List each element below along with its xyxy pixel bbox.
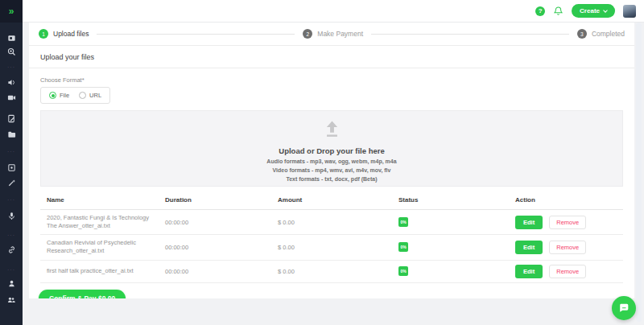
header-duration: Duration — [165, 190, 278, 210]
sidebar-item-folders[interactable] — [0, 129, 23, 140]
header-name: Name — [40, 190, 165, 210]
scrollbar[interactable] — [636, 23, 642, 322]
volume-icon — [7, 78, 16, 87]
remove-button[interactable]: Remove — [549, 265, 586, 278]
status-badge: 0% — [398, 266, 408, 276]
sidebar-item-team[interactable] — [0, 294, 23, 305]
folder-icon — [7, 130, 16, 139]
sidebar-item-video[interactable] — [0, 92, 23, 103]
radio-option-url[interactable]: URL — [79, 92, 101, 99]
top-bar: ? Create — [23, 0, 644, 23]
file-name: first half talk practice_otter_ai.txt — [40, 267, 159, 275]
file-name: Canadian Revivial of Psychedelic Researc… — [40, 239, 159, 255]
create-button-label: Create — [580, 7, 600, 14]
step-number-badge: 1 — [39, 29, 48, 39]
page-background: 1 Upload files 2 Make Payment 3 Complete… — [23, 23, 644, 325]
choose-format-label: Choose Format* — [40, 76, 623, 84]
dropzone-video-formats: Video formats - mp4, wmv, avi, m4v, mov,… — [41, 167, 622, 173]
remove-button[interactable]: Remove — [549, 241, 586, 254]
file-amount: $ 0.00 — [278, 210, 398, 235]
file-amount: $ 0.00 — [278, 260, 398, 282]
sidebar-item-magic[interactable] — [0, 177, 23, 188]
step-upload-files: 1 Upload files — [39, 29, 89, 39]
sidebar-item-screen[interactable] — [0, 162, 23, 173]
status-badge: 0% — [398, 242, 408, 252]
sidebar-item-notes[interactable] — [0, 113, 23, 124]
radio-label: File — [60, 92, 69, 99]
radio-option-file[interactable]: File — [49, 92, 69, 99]
sidebar-item-audio[interactable] — [0, 76, 23, 88]
edit-button[interactable]: Edit — [515, 241, 543, 254]
header-action: Action — [515, 190, 623, 210]
chat-launcher-button[interactable] — [612, 296, 636, 320]
header-amount: Amount — [278, 190, 398, 210]
panel-icon — [7, 34, 16, 43]
users-icon — [6, 295, 16, 304]
dropzone-text-formats: Text formats - txt, docx, pdf (Beta) — [41, 176, 622, 182]
chat-bubble-icon — [617, 302, 630, 315]
sidebar-expand-button[interactable]: » — [0, 0, 23, 23]
sidebar-item-search[interactable] — [0, 46, 23, 57]
table-header-row: Name Duration Amount Status Action — [40, 190, 623, 210]
sidebar-item-integrations[interactable] — [0, 244, 23, 255]
notifications-bell-icon[interactable] — [553, 6, 564, 16]
stepper: 1 Upload files 2 Make Payment 3 Complete… — [29, 23, 634, 46]
section-divider-dots-icon: ··· — [0, 268, 23, 273]
file-amount: $ 0.00 — [278, 235, 398, 260]
help-icon[interactable]: ? — [535, 6, 545, 16]
step-connector — [97, 34, 295, 35]
section-divider-dots-icon: ··· — [0, 233, 23, 238]
remove-button[interactable]: Remove — [549, 216, 586, 229]
sidebar-item-account[interactable] — [0, 278, 23, 289]
video-camera-icon — [7, 93, 16, 102]
step-label: Completed — [592, 30, 625, 38]
upload-card: 1 Upload files 2 Make Payment 3 Complete… — [29, 23, 634, 298]
chevrons-right-icon: » — [9, 6, 14, 16]
dropzone-title: Upload or Drop your file here — [41, 146, 622, 155]
step-label: Upload files — [53, 30, 89, 38]
file-duration: 00:00:00 — [165, 210, 278, 235]
step-make-payment: 2 Make Payment — [303, 29, 363, 39]
step-completed: 3 Completed — [577, 29, 625, 39]
create-button[interactable]: Create — [572, 4, 615, 18]
section-divider-dots-icon: ··· — [0, 65, 23, 70]
header-status: Status — [398, 190, 515, 210]
table-row: first half talk practice_otter_ai.txt 00… — [40, 260, 623, 282]
avatar[interactable] — [623, 5, 636, 18]
status-badge: 0% — [398, 217, 408, 227]
chevron-down-icon — [603, 8, 608, 13]
radio-selected-icon — [49, 92, 56, 99]
sidebar-item-record[interactable] — [0, 210, 23, 221]
user-icon — [7, 279, 16, 288]
file-edit-icon — [7, 114, 16, 123]
format-radio-group: File URL — [40, 87, 110, 104]
radio-unselected-icon — [79, 92, 86, 99]
section-divider-dots-icon: ··· — [0, 198, 23, 203]
confirm-pay-button[interactable]: Confirm & Pay $0.00 — [39, 290, 126, 299]
microphone-icon — [7, 212, 16, 220]
edit-button[interactable]: Edit — [515, 265, 543, 278]
section-title: Upload your files — [29, 46, 634, 68]
step-connector — [371, 34, 569, 35]
section-divider-dots-icon: ··· — [0, 150, 23, 154]
file-name: 2020, Fantastic Fungi & Is Technology Th… — [40, 214, 159, 230]
step-number-badge: 3 — [577, 29, 587, 39]
zoom-in-icon — [7, 47, 16, 56]
files-table: Name Duration Amount Status Action 2020,… — [40, 190, 623, 283]
step-label: Make Payment — [317, 30, 363, 38]
edit-button[interactable]: Edit — [515, 216, 543, 229]
file-duration: 00:00:00 — [165, 235, 278, 260]
dropzone-audio-formats: Audio formats - mp3, wav, ogg, webm, m4p… — [41, 158, 622, 164]
file-duration: 00:00:00 — [165, 260, 278, 282]
link-icon — [7, 245, 16, 254]
screen: » ··· ··· ··· ··· — [0, 0, 644, 325]
magic-wand-icon — [7, 179, 16, 187]
step-number-badge: 2 — [303, 29, 312, 39]
table-row: 2020, Fantastic Fungi & Is Technology Th… — [40, 210, 623, 235]
sidebar-item-dashboard[interactable] — [0, 32, 23, 43]
table-row: Canadian Revivial of Psychedelic Researc… — [40, 235, 623, 260]
file-dropzone[interactable]: Upload or Drop your file here Audio form… — [40, 110, 623, 187]
screen-record-icon — [7, 163, 16, 172]
sidebar: » ··· ··· ··· ··· — [0, 0, 23, 325]
upload-arrow-icon — [321, 120, 343, 139]
